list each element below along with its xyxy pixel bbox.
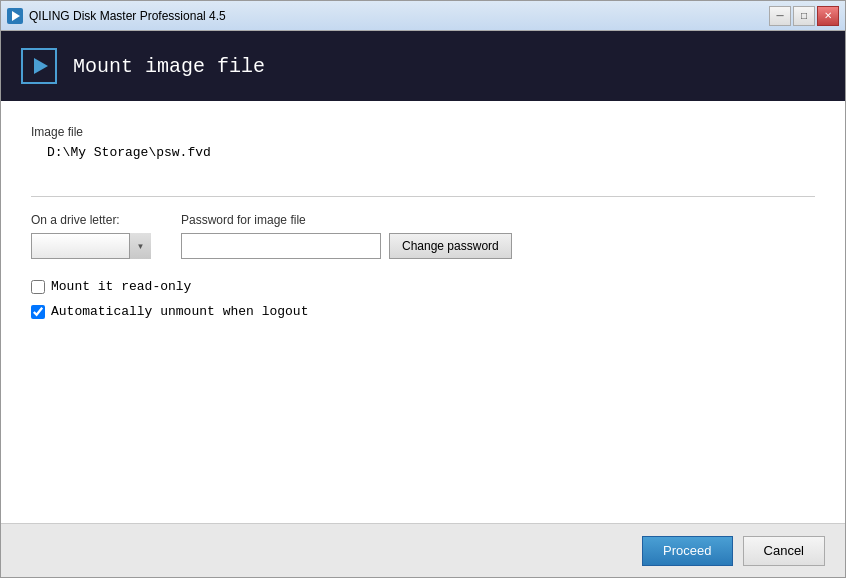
drive-letter-select-wrapper: E: F: G: H: I: J: K: — [31, 233, 151, 259]
close-button[interactable]: ✕ — [817, 6, 839, 26]
mount-readonly-label[interactable]: Mount it read-only — [51, 279, 191, 294]
mount-readonly-checkbox[interactable] — [31, 280, 45, 294]
image-file-label: Image file — [31, 125, 815, 139]
auto-unmount-row: Automatically unmount when logout — [31, 304, 815, 319]
content-area: Image file D:\My Storage\psw.fvd On a dr… — [1, 101, 845, 523]
app-icon — [7, 8, 23, 24]
main-window: QILING Disk Master Professional 4.5 ─ □ … — [0, 0, 846, 578]
auto-unmount-checkbox[interactable] — [31, 305, 45, 319]
play-triangle — [34, 58, 48, 74]
drive-letter-select[interactable]: E: F: G: H: I: J: K: — [31, 233, 151, 259]
file-path-value: D:\My Storage\psw.fvd — [31, 145, 815, 160]
divider — [31, 196, 815, 197]
password-label: Password for image file — [181, 213, 512, 227]
change-password-button[interactable]: Change password — [389, 233, 512, 259]
password-input-group: Change password — [181, 233, 512, 259]
password-input[interactable] — [181, 233, 381, 259]
form-row: On a drive letter: E: F: G: H: I: J: K: — [31, 213, 815, 259]
footer: Proceed Cancel — [1, 523, 845, 577]
cancel-button[interactable]: Cancel — [743, 536, 825, 566]
proceed-button[interactable]: Proceed — [642, 536, 732, 566]
drive-letter-group: On a drive letter: E: F: G: H: I: J: K: — [31, 213, 151, 259]
drive-letter-label: On a drive letter: — [31, 213, 151, 227]
title-bar: QILING Disk Master Professional 4.5 ─ □ … — [1, 1, 845, 31]
window-title: QILING Disk Master Professional 4.5 — [29, 9, 226, 23]
auto-unmount-label[interactable]: Automatically unmount when logout — [51, 304, 308, 319]
title-bar-left: QILING Disk Master Professional 4.5 — [7, 8, 226, 24]
maximize-button[interactable]: □ — [793, 6, 815, 26]
play-icon — [21, 48, 57, 84]
mount-readonly-row: Mount it read-only — [31, 279, 815, 294]
image-file-section: Image file D:\My Storage\psw.fvd — [31, 125, 815, 160]
dialog-title: Mount image file — [73, 55, 265, 78]
minimize-button[interactable]: ─ — [769, 6, 791, 26]
window-controls: ─ □ ✕ — [769, 6, 839, 26]
password-group: Password for image file Change password — [181, 213, 512, 259]
header-bar: Mount image file — [1, 31, 845, 101]
